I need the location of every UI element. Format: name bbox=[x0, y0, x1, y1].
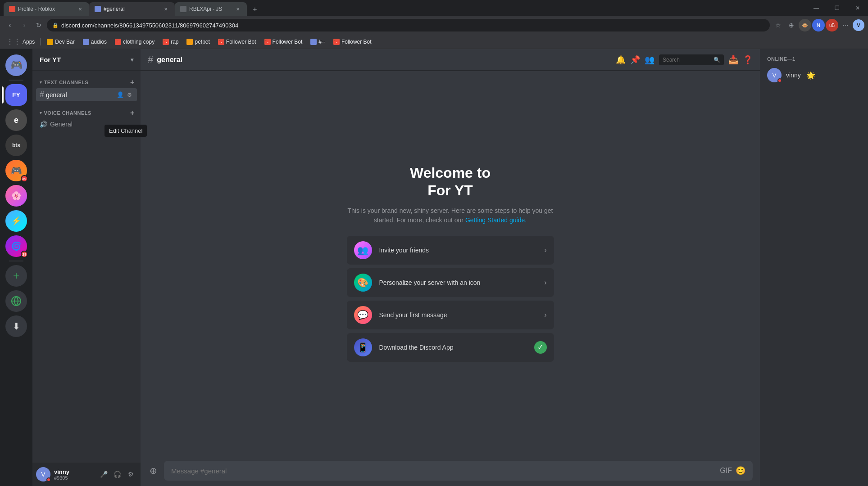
bell-icon[interactable]: 🔔 bbox=[616, 55, 626, 65]
channel-sidebar: For YT ▾ ▾ Text Channels + # general 👤 ⚙ bbox=[32, 49, 141, 486]
pin-icon[interactable]: 📌 bbox=[630, 55, 640, 65]
tab-bar: Profile - Roblox ✕ #general ✕ RBLXApi - … bbox=[0, 0, 868, 16]
channel-header-hash-icon: # bbox=[148, 54, 153, 66]
user-profile-btn[interactable]: V bbox=[853, 19, 864, 31]
member-item-vinny[interactable]: V vinny 🌟 bbox=[763, 65, 864, 85]
window-maximize[interactable]: ❐ bbox=[827, 0, 847, 16]
add-text-channel-icon[interactable]: + bbox=[128, 78, 137, 87]
text-channels-category[interactable]: ▾ Text Channels + bbox=[32, 76, 141, 88]
bookmark-petpet-favicon bbox=[186, 39, 193, 45]
channel-name-general: general bbox=[46, 91, 114, 99]
server-pink[interactable]: 🌸 bbox=[5, 185, 27, 207]
emoji-icon[interactable]: 😊 bbox=[736, 466, 745, 476]
channel-header-name: general bbox=[157, 56, 182, 64]
tab-close-roblox[interactable]: ✕ bbox=[77, 5, 84, 13]
user-settings-button[interactable]: ⚙ bbox=[124, 468, 137, 481]
gif-icon[interactable]: GIF bbox=[720, 467, 732, 475]
bookmark-apps-grid[interactable]: ⋮⋮ Apps bbox=[4, 36, 37, 47]
action-invite-friends[interactable]: 👥 Invite your friends › bbox=[347, 236, 554, 265]
explore-servers-button[interactable] bbox=[5, 290, 27, 312]
inbox-icon[interactable]: 📥 bbox=[728, 55, 738, 65]
tab-general[interactable]: #general ✕ bbox=[89, 2, 175, 16]
mic-button[interactable]: 🎤 bbox=[97, 468, 110, 481]
tab-profile-roblox[interactable]: Profile - Roblox ✕ bbox=[4, 2, 89, 16]
server-for-yt[interactable]: FY bbox=[5, 84, 27, 106]
text-channels-label: Text Channels bbox=[44, 80, 89, 85]
bookmark-follower-bot-3[interactable]: 🔖 Follower Bot bbox=[330, 37, 375, 46]
tab-rblxapi[interactable]: RBLXApi - JS ✕ bbox=[175, 2, 247, 16]
nav-forward[interactable]: › bbox=[18, 19, 31, 32]
channel-actions-general: 👤 ⚙ bbox=[116, 91, 133, 99]
add-member-icon[interactable]: 👤 bbox=[116, 91, 124, 99]
messages-area: Welcome to For YT This is your brand new… bbox=[141, 71, 760, 455]
welcome-actions: 👥 Invite your friends › 🎨 Personalize yo… bbox=[347, 236, 554, 362]
server-purple[interactable]: 🌀 29 bbox=[5, 235, 27, 257]
url-text: discord.com/channels/806613497550602311/… bbox=[61, 22, 238, 29]
address-bar[interactable]: 🔒 discord.com/channels/80661349755060231… bbox=[47, 19, 770, 32]
ext-tampermonkey[interactable]: 🐵 bbox=[799, 19, 811, 32]
getting-started-link[interactable]: Getting Started guide. bbox=[465, 216, 527, 224]
bookmark-clothing-copy[interactable]: 🔖 clothing copy bbox=[111, 37, 158, 46]
bookmark-petpet[interactable]: petpet bbox=[183, 37, 213, 46]
header-search-box[interactable]: 🔍 bbox=[659, 54, 724, 65]
add-server-button[interactable]: + bbox=[5, 265, 27, 287]
message-input[interactable] bbox=[171, 467, 716, 475]
member-list: ONLINE—1 V vinny 🌟 bbox=[760, 49, 868, 486]
tab-label-general: #general bbox=[104, 6, 159, 12]
settings-icon[interactable]: ⚙ bbox=[125, 91, 133, 99]
bookmark-audios-favicon bbox=[83, 39, 89, 45]
user-info: vinny #9305 bbox=[54, 468, 94, 481]
channel-item-general[interactable]: # general 👤 ⚙ bbox=[36, 88, 137, 101]
action-personalize[interactable]: 🎨 Personalize your server with an icon › bbox=[347, 268, 554, 297]
voice-channel-general[interactable]: 🔊 General bbox=[36, 119, 137, 130]
members-icon[interactable]: 👥 bbox=[645, 55, 654, 65]
member-avatar-vinny: V bbox=[767, 68, 782, 82]
server-bts[interactable]: bts bbox=[5, 135, 27, 156]
voice-channels-category[interactable]: ▾ Voice Channels + bbox=[32, 107, 141, 118]
bookmark-audios[interactable]: audios bbox=[79, 37, 110, 46]
download-apps-button[interactable]: ⬇ bbox=[5, 315, 27, 337]
help-icon[interactable]: ❓ bbox=[743, 55, 753, 65]
ext-more[interactable]: ⋯ bbox=[839, 19, 852, 32]
bookmark-rap[interactable]: 🔖 rap bbox=[159, 37, 182, 46]
action-message-chevron: › bbox=[544, 311, 546, 319]
bookmark-rap-label: rap bbox=[171, 39, 178, 45]
nav-back[interactable]: ‹ bbox=[4, 19, 16, 32]
nav-refresh[interactable]: ↻ bbox=[32, 19, 45, 32]
action-send-message[interactable]: 💬 Send your first message › bbox=[347, 301, 554, 329]
extensions-btn[interactable]: ⊕ bbox=[785, 19, 798, 32]
user-avatar[interactable]: V bbox=[36, 467, 50, 482]
bookmark-follower-bot-2[interactable]: 🔖 Follower Bot bbox=[261, 37, 306, 46]
action-download[interactable]: 📱 Download the Discord App ✓ bbox=[347, 333, 554, 362]
online-section-header: ONLINE—1 bbox=[763, 56, 864, 62]
header-search-input[interactable] bbox=[663, 57, 712, 63]
bookmark-follower-bot-1[interactable]: 🔖 Follower Bot bbox=[214, 37, 260, 46]
discord-home-button[interactable]: 🎮 bbox=[5, 54, 27, 76]
server-e[interactable]: e bbox=[5, 109, 27, 131]
bookmark-devbar[interactable]: Dev Bar bbox=[43, 37, 78, 46]
action-download-check: ✓ bbox=[534, 341, 547, 354]
server-blue[interactable]: ⚡ bbox=[5, 210, 27, 232]
server-rail: 🎮 FY e bts 🎮 29 🌸 ⚡ 🌀 29 + bbox=[0, 49, 32, 486]
bookmark-icon[interactable]: ☆ bbox=[772, 19, 784, 32]
add-voice-channel-icon[interactable]: + bbox=[128, 108, 137, 117]
server-header[interactable]: For YT ▾ bbox=[32, 49, 141, 71]
bookmark-hash[interactable]: #-- bbox=[307, 37, 329, 46]
bookmark-fb1-favicon: 🔖 bbox=[218, 39, 224, 45]
server-roblox-icon[interactable]: 🎮 29 bbox=[5, 160, 27, 181]
ext-nordvpn[interactable]: N bbox=[812, 19, 825, 32]
tab-label-roblox: Profile - Roblox bbox=[18, 6, 74, 12]
ext-ublock[interactable]: uB bbox=[826, 19, 838, 32]
headset-button[interactable]: 🎧 bbox=[111, 468, 123, 481]
message-icon: 💬 bbox=[354, 306, 372, 324]
bookmark-fb2-label: Follower Bot bbox=[273, 39, 303, 45]
bookmark-rap-favicon: 🔖 bbox=[163, 39, 169, 45]
window-minimize[interactable]: — bbox=[806, 0, 827, 16]
add-attachment-button[interactable]: ⊕ bbox=[148, 465, 159, 476]
tab-close-rblx[interactable]: ✕ bbox=[234, 5, 241, 13]
new-tab-button[interactable]: + bbox=[249, 3, 261, 16]
window-close[interactable]: ✕ bbox=[847, 0, 868, 16]
tab-label-rblx: RBLXApi - JS bbox=[189, 6, 232, 12]
action-invite-chevron: › bbox=[544, 246, 546, 254]
tab-close-general[interactable]: ✕ bbox=[162, 5, 169, 13]
